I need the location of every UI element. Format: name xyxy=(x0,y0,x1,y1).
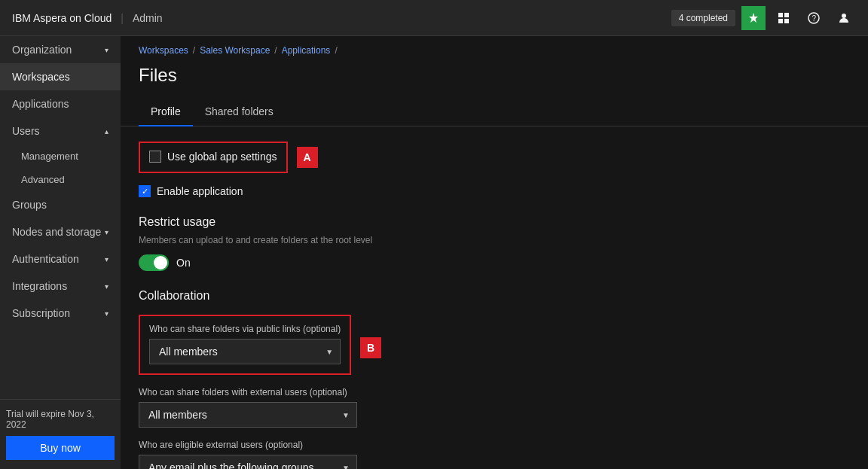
sidebar-item-label: Applications xyxy=(12,98,69,110)
sidebar-item-label: Workspaces xyxy=(12,71,70,83)
content-area: Workspaces / Sales Workspace / Applicati… xyxy=(121,36,868,469)
chevron-up-icon: ▴ xyxy=(105,127,108,136)
svg-text:?: ? xyxy=(812,14,817,23)
tab-profile[interactable]: Profile xyxy=(139,98,193,126)
svg-rect-1 xyxy=(784,13,789,17)
buy-now-button[interactable]: Buy now xyxy=(6,436,115,460)
chevron-down-icon: ▾ xyxy=(105,228,108,236)
sidebar-nav: Organization ▾ Workspaces Applications U… xyxy=(0,36,121,399)
sidebar-item-label: Organization xyxy=(12,44,72,56)
svg-point-6 xyxy=(842,14,846,18)
completed-badge: 4 completed xyxy=(671,10,735,26)
sidebar-item-label: Subscription xyxy=(12,307,70,319)
marker-a: A xyxy=(297,147,318,168)
toggle-row: On xyxy=(139,254,850,271)
sidebar-footer: Trial will expire Nov 3, 2022 Buy now xyxy=(0,399,121,469)
top-header: IBM Aspera on Cloud | Admin 4 completed … xyxy=(0,0,868,36)
who-share-public-select[interactable]: All members Admins only No one xyxy=(149,339,341,364)
eligible-external-group: Who are eligible external users (optiona… xyxy=(139,440,850,469)
eligible-external-label: Who are eligible external users (optiona… xyxy=(139,440,850,450)
sidebar-item-authentication[interactable]: Authentication ▾ xyxy=(0,245,121,273)
restrict-usage-heading: Restrict usage xyxy=(139,215,850,229)
brand-logo: IBM Aspera on Cloud xyxy=(12,12,112,24)
svg-rect-0 xyxy=(778,13,783,17)
global-settings-block[interactable]: Use global app settings xyxy=(139,142,288,173)
trial-text: Trial will expire Nov 3, 2022 xyxy=(6,409,115,430)
sidebar: Organization ▾ Workspaces Applications U… xyxy=(0,36,121,469)
sidebar-item-users[interactable]: Users ▴ xyxy=(0,117,121,145)
who-share-public-dropdown-wrapper: All members Admins only No one xyxy=(149,339,341,364)
who-share-public-label: Who can share folders via public links (… xyxy=(149,324,341,334)
who-share-external-wrapper: All members Admins only No one xyxy=(139,402,357,428)
global-settings-label: Use global app settings xyxy=(167,151,277,163)
sidebar-item-label: Nodes and storage xyxy=(12,226,101,238)
toggle-members-root[interactable] xyxy=(139,254,169,271)
sidebar-item-organization[interactable]: Organization ▾ xyxy=(0,36,121,63)
sidebar-item-nodes-storage[interactable]: Nodes and storage ▾ xyxy=(0,218,121,245)
svg-rect-3 xyxy=(784,19,789,23)
sidebar-item-label: Authentication xyxy=(12,253,79,265)
sidebar-item-label: Management xyxy=(21,151,78,162)
sidebar-item-label: Groups xyxy=(12,199,47,211)
restrict-usage-section: Restrict usage Members can upload to and… xyxy=(139,215,850,271)
restrict-usage-desc: Members can upload to and create folders… xyxy=(139,235,850,245)
tab-shared-folders[interactable]: Shared folders xyxy=(193,98,286,126)
enable-application-checkbox[interactable] xyxy=(139,185,151,197)
sidebar-item-label: Advanced xyxy=(21,174,65,185)
collaboration-section: Collaboration Who can share folders via … xyxy=(139,289,850,469)
eligible-external-wrapper: Any email plus the following groups Spec… xyxy=(139,455,357,469)
who-share-external-group: Who can share folders with external user… xyxy=(139,387,850,428)
main-layout: Organization ▾ Workspaces Applications U… xyxy=(0,36,868,469)
sidebar-item-applications[interactable]: Applications xyxy=(0,90,121,117)
who-share-external-select[interactable]: All members Admins only No one xyxy=(139,402,357,428)
sidebar-item-advanced[interactable]: Advanced xyxy=(0,168,121,191)
chevron-down-icon: ▾ xyxy=(105,282,108,291)
grid-icon[interactable] xyxy=(772,6,796,30)
who-share-external-label: Who can share folders with external user… xyxy=(139,387,850,397)
sidebar-item-workspaces[interactable]: Workspaces xyxy=(0,63,121,90)
global-settings-checkbox[interactable] xyxy=(149,151,161,163)
eligible-external-select[interactable]: Any email plus the following groups Spec… xyxy=(139,455,357,469)
chevron-down-icon: ▾ xyxy=(105,255,108,263)
user-icon[interactable] xyxy=(832,6,856,30)
chevron-down-icon: ▾ xyxy=(105,309,108,318)
sidebar-item-subscription[interactable]: Subscription ▾ xyxy=(0,300,121,327)
header-left: IBM Aspera on Cloud | Admin xyxy=(12,12,163,24)
sidebar-item-management[interactable]: Management xyxy=(0,145,121,168)
toggle-label: On xyxy=(176,257,191,269)
tabs: Profile Shared folders xyxy=(121,98,868,126)
page-title: Files xyxy=(121,62,868,98)
breadcrumb-workspaces[interactable]: Workspaces xyxy=(139,45,188,56)
breadcrumb-sales-workspace[interactable]: Sales Workspace xyxy=(200,45,270,56)
breadcrumb-sep-3: / xyxy=(335,45,337,56)
notification-icon[interactable] xyxy=(741,6,766,30)
breadcrumb-sep-2: / xyxy=(274,45,277,56)
brand-name: IBM Aspera on Cloud xyxy=(12,12,112,24)
breadcrumb-sep-1: / xyxy=(193,45,195,56)
collaboration-heading: Collaboration xyxy=(139,289,850,303)
chevron-down-icon: ▾ xyxy=(105,46,108,54)
sidebar-item-groups[interactable]: Groups xyxy=(0,191,121,218)
help-icon[interactable]: ? xyxy=(802,6,826,30)
marker-b: B xyxy=(360,337,381,358)
sidebar-item-integrations[interactable]: Integrations ▾ xyxy=(0,273,121,300)
sidebar-item-label: Integrations xyxy=(12,280,67,292)
breadcrumb-applications[interactable]: Applications xyxy=(282,45,331,56)
breadcrumb: Workspaces / Sales Workspace / Applicati… xyxy=(121,36,868,62)
sidebar-item-label: Users xyxy=(12,125,40,137)
svg-rect-2 xyxy=(778,19,783,23)
header-right: 4 completed ? xyxy=(671,6,856,30)
enable-application-row: Enable application xyxy=(139,185,850,197)
admin-label: Admin xyxy=(133,12,163,24)
enable-application-label: Enable application xyxy=(157,185,243,197)
form-content: Use global app settings A Enable applica… xyxy=(121,142,868,469)
